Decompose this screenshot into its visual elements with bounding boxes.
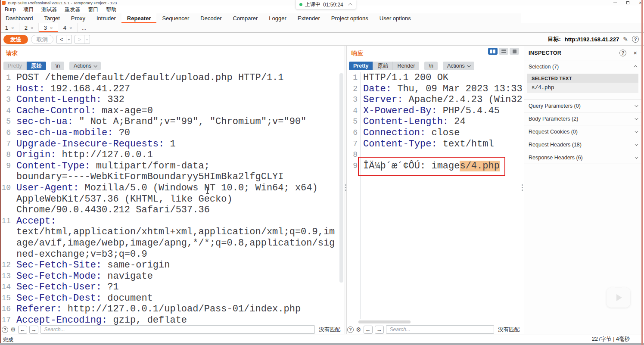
timer-status: 上课中 [305, 1, 320, 8]
line-number: 5 [1, 116, 14, 127]
close-tab-icon[interactable]: × [31, 25, 33, 31]
request-search-input[interactable] [40, 325, 315, 334]
section-label: Body Parameters (2) [529, 116, 635, 122]
tab-user-options[interactable]: User options [374, 13, 417, 23]
history-back-button[interactable]: < [56, 35, 72, 44]
tab-comparer[interactable]: Comparer [227, 13, 263, 23]
search-next-button[interactable]: → [375, 326, 384, 334]
response-horizontal-scrollbar[interactable] [358, 320, 411, 323]
send-button[interactable]: 发送 [3, 35, 28, 44]
tab-proxy[interactable]: Proxy [65, 13, 91, 23]
line-text: Content-Type: text/html [361, 139, 494, 150]
request-vertical-scrollbar[interactable] [339, 73, 343, 283]
line-number: 10 [1, 183, 14, 194]
search-prev-button[interactable]: ← [18, 326, 27, 334]
layout-columns-button[interactable] [488, 48, 498, 55]
section-label: Request Headers (18) [529, 142, 635, 148]
header-name: Server: [363, 94, 403, 105]
view-tab-Render[interactable]: Render [392, 62, 419, 70]
splitter-handle-icon[interactable] [345, 184, 347, 191]
view-tab-Pretty[interactable]: Pretty [3, 62, 26, 70]
request-editor[interactable]: 1POST /theme/default/default/upload.php … [1, 72, 339, 326]
view-tab-Pretty[interactable]: Pretty [349, 62, 373, 70]
search-settings-gear-icon[interactable]: ⚙ [10, 326, 16, 333]
line-number: 7 [348, 139, 361, 150]
selected-text-value: s/4.php [527, 83, 638, 93]
tab-dashboard[interactable]: Dashboard [0, 13, 39, 23]
editor-line: Chrome/90.0.4430.212 Safari/537.36 [1, 205, 339, 216]
line-text: Content-Type: multipart/form-data; [14, 161, 210, 172]
menu-item-1[interactable]: Burp [1, 6, 19, 13]
tab-project-options[interactable]: Project options [326, 13, 374, 23]
close-tab-icon[interactable]: × [50, 25, 53, 31]
menu-item-5[interactable]: 窗口 [84, 6, 102, 13]
line-number: 4 [348, 106, 361, 117]
back-arrow-icon[interactable]: < [57, 35, 66, 44]
gutter-divider [361, 72, 361, 319]
view-tab-Actions[interactable]: Actions [443, 62, 474, 70]
repeater-tab-2[interactable]: 2× [19, 23, 39, 32]
tab-intruder[interactable]: Intruder [91, 13, 121, 23]
help-icon[interactable]: ? [632, 36, 639, 43]
view-tab-n[interactable]: \n [51, 62, 64, 70]
menu-item-6[interactable]: 帮助 [102, 6, 120, 13]
repeater-tab-3[interactable]: 3× [39, 23, 58, 32]
request-search-bar: ? ⚙ ← → 没有匹配 [2, 325, 342, 334]
view-tab-Actions[interactable]: Actions [69, 62, 101, 70]
minimize-icon[interactable] [613, 3, 617, 3]
layout-rows-button[interactable] [499, 48, 508, 55]
repeater-tab-4[interactable]: 4× [58, 23, 78, 32]
collapse-chevron-icon[interactable] [348, 3, 352, 7]
header-value: 24 [448, 116, 466, 127]
back-dropdown-icon[interactable] [66, 35, 72, 44]
screen-edge-right [641, 0, 643, 345]
inspector-close-icon[interactable]: × [633, 49, 637, 56]
header-value: 192.168.41.227 [45, 84, 130, 94]
layout-single-button[interactable] [510, 48, 519, 55]
inspector-section-body-parameters[interactable]: Body Parameters (2) [524, 112, 641, 125]
repeater-tab-overflow[interactable]: ... [78, 23, 90, 32]
view-tab-[interactable]: 原始 [26, 62, 46, 70]
history-forward-button[interactable]: > [75, 35, 90, 44]
inspector-section-request-cookies[interactable]: Request Cookies (0) [524, 125, 641, 138]
inspector-section-response-headers[interactable]: Response Headers (6) [524, 151, 641, 164]
inspector-section-request-headers[interactable]: Request Headers (18) [524, 138, 641, 151]
search-help-icon[interactable]: ? [2, 326, 8, 333]
inspector-section-selection[interactable]: Selection (7) [524, 60, 641, 73]
search-settings-gear-icon[interactable]: ⚙ [356, 326, 361, 333]
tab-logger[interactable]: Logger [263, 13, 292, 23]
tab-target[interactable]: Target [39, 13, 65, 23]
tab-decoder[interactable]: Decoder [195, 13, 227, 23]
menu-item-4[interactable]: 重发器 [61, 6, 84, 13]
tab-extender[interactable]: Extender [292, 13, 326, 23]
editor-line: 11Accept: [1, 216, 339, 227]
search-next-button[interactable]: → [29, 326, 38, 334]
line-number [1, 194, 14, 205]
line-text: Upgrade-Insecure-Requests: 1 [14, 139, 176, 150]
view-tab-label: 原始 [31, 62, 42, 70]
video-play-watermark[interactable] [607, 288, 630, 308]
repeater-tab-label: 2 [25, 25, 28, 31]
inspector-help-icon[interactable]: ? [619, 50, 626, 56]
search-help-icon[interactable]: ? [347, 326, 354, 333]
search-prev-button[interactable]: ← [364, 326, 373, 334]
menu-item-2[interactable]: 项目 [19, 6, 37, 13]
response-search-input[interactable] [386, 325, 494, 334]
tab-repeater[interactable]: Repeater [121, 13, 157, 23]
repeater-tab-1[interactable]: 1× [0, 23, 19, 32]
response-editor[interactable]: 1HTTP/1.1 200 OK2Date: Thu, 09 Mar 2023 … [348, 72, 522, 319]
tab-sequencer[interactable]: Sequencer [156, 13, 195, 23]
header-value: gzip, deflate [107, 315, 187, 326]
close-tab-icon[interactable]: × [69, 25, 72, 31]
view-tab-n[interactable]: \n [424, 62, 437, 70]
view-tab-[interactable]: 原始 [373, 62, 392, 70]
menu-item-3[interactable]: 测试器 [37, 6, 61, 13]
close-tab-icon[interactable]: × [11, 25, 14, 31]
inspector-section-query-parameters[interactable]: Query Parameters (0) [524, 99, 641, 112]
maximize-icon[interactable] [626, 1, 629, 4]
inspector-splitter-handle-icon[interactable] [521, 184, 523, 191]
edit-target-icon[interactable]: ✎ [623, 36, 628, 43]
class-timer-overlay[interactable]: 上课中 01:59:24 [296, 0, 356, 9]
cancel-button[interactable]: 取消 [31, 35, 53, 44]
line-text: Sec-Fetch-Site: same-origin [14, 260, 170, 271]
